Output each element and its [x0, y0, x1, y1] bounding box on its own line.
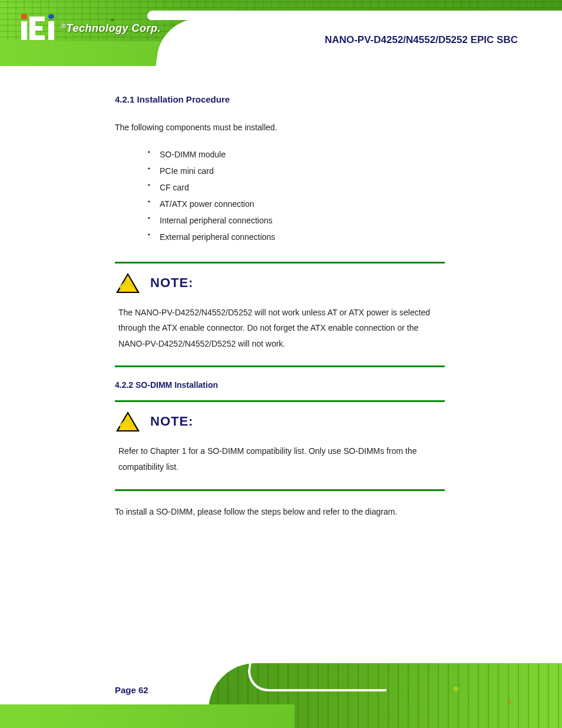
page-number: Page 62 — [115, 685, 148, 695]
note-body: Refer to Chapter 1 for a SO-DIMM compati… — [115, 443, 445, 475]
subsection-heading: 4.2.2 SO-DIMM Installation — [115, 380, 445, 390]
list-item: CF card — [148, 179, 445, 196]
list-item: SO-DIMM module — [148, 146, 445, 163]
list-item: AT/ATX power connection — [148, 196, 445, 212]
list-item: PCIe mini card — [148, 163, 445, 179]
warning-icon — [115, 272, 141, 294]
section-heading: 4.2.1 Installation Procedure — [115, 94, 445, 104]
page-content: 4.2.1 Installation Procedure The followi… — [115, 94, 445, 530]
note-label: NOTE: — [150, 414, 193, 429]
closing-text: To install a SO-DIMM, please follow the … — [115, 504, 445, 520]
footer-banner — [0, 657, 562, 728]
component-list: SO-DIMM module PCIe mini card CF card AT… — [148, 146, 445, 245]
list-item: External peripheral connections — [148, 229, 445, 245]
header-banner: ®Technology Corp. — [0, 0, 562, 66]
logo-mark-icon — [21, 15, 57, 41]
warning-icon — [115, 410, 141, 433]
brand-logo: ®Technology Corp. — [21, 15, 161, 41]
note-label: NOTE: — [150, 275, 193, 291]
brand-text: ®Technology Corp. — [61, 22, 161, 35]
document-title: NANO-PV-D4252/N4552/D5252 EPIC SBC — [325, 34, 518, 46]
note-callout: NOTE: Refer to Chapter 1 for a SO-DIMM c… — [115, 400, 445, 490]
list-item: Internal peripheral connections — [148, 212, 445, 229]
note-body: The NANO-PV-D4252/N4552/D5252 will not w… — [115, 305, 445, 352]
note-callout: NOTE: The NANO-PV-D4252/N4552/D5252 will… — [115, 262, 445, 368]
section-intro: The following components must be install… — [115, 120, 445, 136]
